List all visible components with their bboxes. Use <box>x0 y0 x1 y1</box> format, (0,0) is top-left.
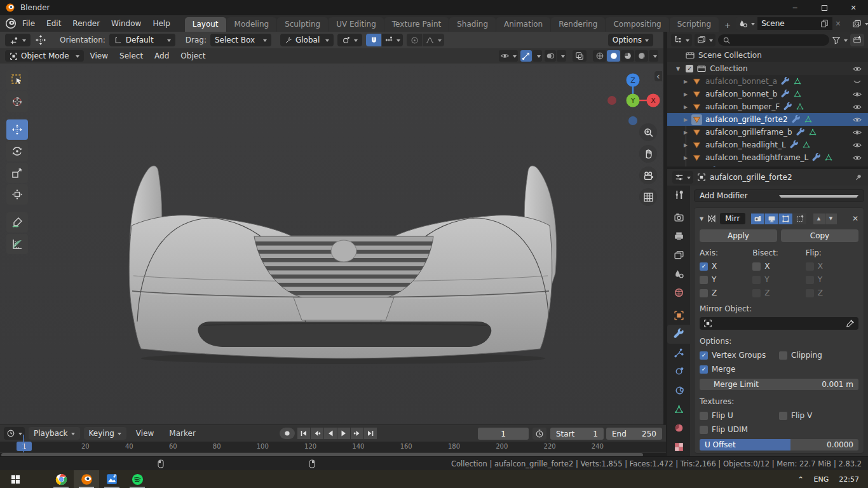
snap-with-dropdown[interactable] <box>382 34 403 46</box>
add-modifier-dropdown[interactable]: Add Modifier <box>694 189 864 202</box>
outliner-row[interactable]: ▶ aufalcon_bonnet_a <box>667 75 868 88</box>
viewport-menu[interactable]: Select <box>114 50 148 62</box>
mode-dropdown[interactable]: Object Mode <box>5 50 84 62</box>
bisect-checkbox[interactable] <box>752 262 761 271</box>
outliner-row[interactable]: ▶ aufalcon_headlightframe_L <box>667 151 868 164</box>
axis-checkbox[interactable] <box>700 289 708 297</box>
flip-v-checkbox[interactable] <box>779 412 787 420</box>
mirror-object-field[interactable] <box>700 317 858 330</box>
frame-end-field[interactable]: End250 <box>606 428 662 440</box>
camera-view-button[interactable] <box>639 166 657 184</box>
menubar-menu[interactable]: File <box>17 17 41 30</box>
display-realtime-toggle[interactable] <box>765 214 778 224</box>
current-frame-field[interactable]: 1 <box>478 428 529 440</box>
jump-to-end-button[interactable] <box>364 428 377 439</box>
timeline-ruler[interactable]: 20406080100120140160180200220240 1 <box>0 442 666 452</box>
outliner-row-collection[interactable]: ▼ ✓ Collection <box>667 62 868 75</box>
expand-arrow-icon[interactable]: ▶ <box>684 104 688 110</box>
eyedropper-icon[interactable] <box>846 319 855 328</box>
close-button[interactable]: ✕ <box>839 0 868 15</box>
axis-checkbox[interactable] <box>700 262 708 271</box>
expand-arrow-icon[interactable]: ▶ <box>684 79 688 85</box>
tab-scene[interactable] <box>667 264 690 283</box>
proportional-falloff-dropdown[interactable] <box>423 34 444 46</box>
pivot-point-dropdown[interactable] <box>337 34 362 46</box>
hide-toggle[interactable] <box>852 153 862 163</box>
outliner-search-input[interactable] <box>718 34 829 46</box>
expand-arrow-icon[interactable]: ▶ <box>684 142 688 148</box>
xray-toggle[interactable] <box>573 50 587 62</box>
display-editmode-toggle[interactable] <box>779 214 792 224</box>
shading-material-button[interactable] <box>621 50 634 62</box>
tab-object[interactable] <box>667 306 690 325</box>
tab-object-data[interactable] <box>667 400 690 419</box>
copy-button[interactable]: Copy <box>781 229 858 242</box>
show-overlays-toggle[interactable] <box>545 50 556 62</box>
show-object-types-dropdown[interactable] <box>499 50 518 62</box>
tab-particles[interactable] <box>667 344 690 363</box>
viewport-menu[interactable]: View <box>85 50 113 62</box>
navigation-gizmo[interactable]: Z X Y <box>604 69 662 130</box>
transform-space-dropdown[interactable]: Global <box>280 34 334 46</box>
collection-checkbox[interactable]: ✓ <box>686 65 693 72</box>
expand-arrow-icon[interactable]: ▶ <box>684 117 688 123</box>
orientation-dropdown[interactable]: Default <box>109 34 175 46</box>
hide-toggle[interactable] <box>852 90 862 99</box>
flip-checkbox[interactable] <box>806 262 814 271</box>
outliner-row[interactable]: ▶ aufalcon_bumper_F <box>667 100 868 113</box>
rotate-tool[interactable] <box>6 141 28 161</box>
menubar-menu[interactable]: Edit <box>41 17 67 30</box>
axis-neg-z-handle[interactable] <box>628 116 637 125</box>
new-scene-icon[interactable] <box>820 19 829 28</box>
tab-output[interactable] <box>667 227 690 246</box>
workspace-tab[interactable]: Modeling <box>227 17 277 32</box>
proportional-editing-toggle[interactable] <box>407 34 422 46</box>
scale-tool[interactable] <box>6 163 28 183</box>
workspace-tab[interactable]: UV Editing <box>329 17 384 32</box>
flip-checkbox[interactable] <box>806 276 814 284</box>
flip-udim-checkbox[interactable] <box>700 426 708 434</box>
tray-chevron[interactable]: ⌃ <box>794 475 807 484</box>
minimize-button[interactable]: ─ <box>780 0 810 15</box>
sidebar-collapse-arrow[interactable]: ‹ <box>654 71 662 81</box>
workspace-tab[interactable]: Sculpting <box>277 17 328 32</box>
u-offset-slider[interactable]: U Offset 0.0000 <box>700 439 858 451</box>
clipping-checkbox[interactable] <box>779 351 787 360</box>
hide-toggle[interactable] <box>852 140 862 150</box>
workspace-tab[interactable]: Compositing <box>606 17 668 32</box>
active-tool-dropdown[interactable] <box>5 34 31 46</box>
outliner-row[interactable]: ▶ aufalcon_grille_forte2 <box>667 113 868 126</box>
tab-physics[interactable] <box>667 362 690 381</box>
axis-z-handle[interactable]: Z <box>627 74 640 87</box>
shading-wireframe-button[interactable] <box>593 50 606 62</box>
menubar-menu[interactable]: Render <box>67 17 105 30</box>
zoom-button[interactable] <box>639 123 657 141</box>
scene-browse-button[interactable] <box>736 17 757 30</box>
axis-x-handle[interactable]: X <box>647 94 660 107</box>
tab-material[interactable] <box>667 419 690 438</box>
shading-dropdown[interactable] <box>649 50 658 62</box>
move-tool-icon[interactable] <box>34 34 47 46</box>
maximize-button[interactable] <box>810 0 839 15</box>
workspace-tab[interactable]: Shading <box>449 17 496 32</box>
hide-toggle[interactable] <box>852 64 862 74</box>
tool-options-dropdown[interactable]: Options <box>608 34 653 46</box>
menubar-menu[interactable]: Help <box>147 17 175 30</box>
playhead[interactable]: 1 <box>17 442 32 451</box>
select-box-tool[interactable] <box>6 70 28 90</box>
merge-limit-slider[interactable]: Merge Limit 0.001 m <box>700 379 858 390</box>
tab-world[interactable] <box>667 283 690 302</box>
shading-rendered-button[interactable] <box>635 50 648 62</box>
jump-to-start-button[interactable] <box>297 428 310 439</box>
tab-constraints[interactable] <box>667 381 690 400</box>
outliner-editor-type-dropdown[interactable] <box>671 34 692 46</box>
expand-arrow-icon[interactable]: ▶ <box>684 92 688 97</box>
playback-dropdown[interactable]: Playback <box>29 427 80 440</box>
prev-keyframe-button[interactable] <box>311 428 323 439</box>
move-tool[interactable] <box>6 119 28 140</box>
start-button[interactable] <box>0 470 31 488</box>
bisect-checkbox[interactable] <box>752 289 761 297</box>
tab-modifiers[interactable] <box>667 325 690 344</box>
outliner-row-scene-collection[interactable]: Scene Collection <box>667 48 868 62</box>
annotate-tool[interactable] <box>6 212 28 233</box>
